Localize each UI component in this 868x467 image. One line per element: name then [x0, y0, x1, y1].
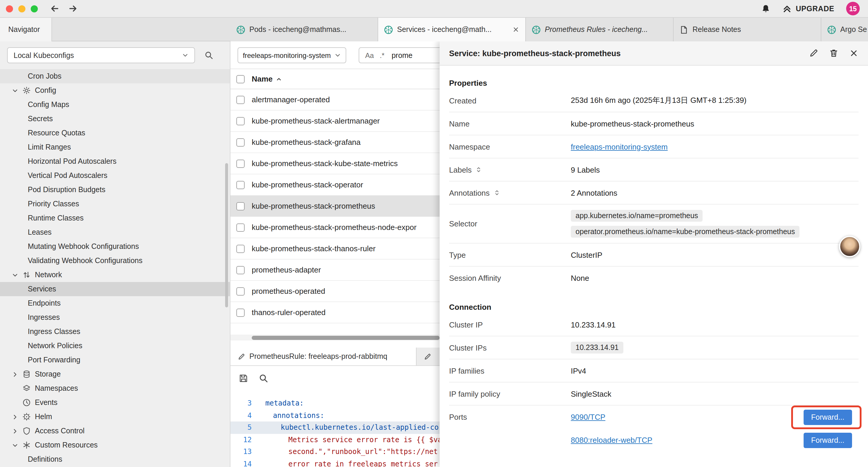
notifications-bell-icon[interactable]	[761, 4, 770, 13]
namespace-filter-select[interactable]: freeleaps-monitoring-system	[238, 47, 346, 63]
table-row-kube-prometheus-stack-prometheus[interactable]: kube-prometheus-stack-prometheus	[230, 196, 440, 217]
editor-search-icon[interactable]	[259, 373, 268, 383]
sidebar-item-storage[interactable]: Storage	[0, 367, 230, 381]
port-link[interactable]: 8080:reloader-web/TCP	[571, 436, 652, 444]
navigator-pane-tab[interactable]: Navigator	[0, 18, 52, 41]
regex-toggle[interactable]: .*	[380, 51, 384, 59]
row-checkbox[interactable]	[236, 287, 245, 295]
sidebar-item-access-control[interactable]: Access Control	[0, 424, 230, 438]
forward-button[interactable]: Forward...	[803, 409, 852, 425]
back-arrow-icon[interactable]	[50, 4, 60, 13]
sidebar-item-mutating-webhook-configurations[interactable]: Mutating Webhook Configurations	[0, 239, 230, 254]
sidebar-search-icon[interactable]	[205, 51, 213, 60]
chevron-down-icon[interactable]	[12, 272, 18, 278]
sidebar-item-ingresses[interactable]: Ingresses	[0, 310, 230, 324]
table-row-prometheus-operated[interactable]: prometheus-operated	[230, 281, 440, 302]
row-checkbox[interactable]	[236, 202, 245, 210]
row-checkbox[interactable]	[236, 244, 245, 253]
sidebar-scrollbar-thumb[interactable]	[225, 163, 228, 308]
notification-count-badge[interactable]: 15	[846, 2, 860, 16]
save-icon[interactable]	[239, 373, 248, 383]
tab-argo-se[interactable]: Argo Se	[821, 18, 868, 41]
sidebar-item-runtime-classes[interactable]: Runtime Classes	[0, 211, 230, 225]
search-input[interactable]	[390, 51, 440, 60]
property-row-cluster-ip: Cluster IP10.233.14.91	[449, 313, 859, 337]
avatar[interactable]	[839, 236, 860, 257]
minimize-window-button[interactable]	[18, 5, 25, 12]
row-checkbox[interactable]	[236, 266, 245, 274]
sidebar-item-definitions[interactable]: Definitions	[0, 452, 230, 466]
sidebar-item-events[interactable]: Events	[0, 396, 230, 410]
sidebar-item-cron-jobs[interactable]: Cron Jobs	[0, 69, 230, 83]
sidebar-item-leases[interactable]: Leases	[0, 225, 230, 239]
table-row-kube-prometheus-stack-prometheus-node-expor[interactable]: kube-prometheus-stack-prometheus-node-ex…	[230, 217, 440, 238]
close-window-button[interactable]	[6, 5, 13, 12]
tab-pods-icecheng-mathmas[interactable]: Pods - icecheng@mathmas...	[230, 18, 378, 41]
sidebar-item-custom-resources[interactable]: Custom Resources	[0, 438, 230, 452]
row-checkbox[interactable]	[236, 159, 245, 168]
name-column-header[interactable]: Name	[252, 75, 283, 83]
sidebar-item-network-policies[interactable]: Network Policies	[0, 339, 230, 353]
table-row-kube-prometheus-stack-alertmanager[interactable]: kube-prometheus-stack-alertmanager	[230, 111, 440, 132]
sidebar-item-pod-disruption-budgets[interactable]: Pod Disruption Budgets	[0, 183, 230, 197]
table-row-kube-prometheus-stack-thanos-ruler[interactable]: kube-prometheus-stack-thanos-ruler	[230, 238, 440, 260]
sidebar-item-endpoints[interactable]: Endpoints	[0, 296, 230, 310]
sidebar-item-resource-quotas[interactable]: Resource Quotas	[0, 126, 230, 140]
table-row-thanos-ruler-operated[interactable]: thanos-ruler-operated	[230, 302, 440, 323]
editor-tab-prometheusrule[interactable]: PrometheusRule: freeleaps-prod-rabbitmq	[230, 348, 416, 365]
sidebar-item-services[interactable]: Services	[0, 282, 230, 296]
row-checkbox[interactable]	[236, 117, 245, 125]
row-checkbox[interactable]	[236, 308, 245, 317]
delete-trash-icon[interactable]	[829, 49, 838, 58]
sidebar-item-namespaces[interactable]: Namespaces	[0, 381, 230, 396]
port-link[interactable]: 9090/TCP	[571, 413, 606, 421]
sidebar-item-vertical-pod-autoscalers[interactable]: Vertical Pod Autoscalers	[0, 169, 230, 183]
maximize-window-button[interactable]	[31, 5, 38, 12]
table-row-kube-prometheus-stack-operator[interactable]: kube-prometheus-stack-operator	[230, 174, 440, 196]
table-row-kube-prometheus-stack-grafana[interactable]: kube-prometheus-stack-grafana	[230, 132, 440, 153]
edit-pencil-icon[interactable]	[809, 49, 818, 58]
tab-release-notes[interactable]: Release Notes	[674, 18, 821, 41]
row-checkbox[interactable]	[236, 95, 245, 104]
tab-prometheus-rules-icecheng[interactable]: Prometheus Rules - icecheng...	[526, 18, 674, 41]
kubeconfig-selector[interactable]: Local Kubeconfigs	[7, 47, 195, 63]
tab-services-icecheng-math[interactable]: Services - icecheng@math...	[378, 18, 526, 41]
line-number: 4	[230, 411, 252, 420]
sidebar-item-config[interactable]: Config	[0, 83, 230, 97]
chevron-right-icon[interactable]	[12, 371, 18, 377]
table-row-prometheus-adapter[interactable]: prometheus-adapter	[230, 260, 440, 281]
row-checkbox[interactable]	[236, 223, 245, 231]
table-row-alertmanager-operated[interactable]: alertmanager-operated	[230, 89, 440, 111]
sidebar-item-network[interactable]: Network	[0, 268, 230, 282]
close-drawer-icon[interactable]	[849, 49, 859, 58]
chevron-down-icon[interactable]	[12, 442, 18, 448]
horizontal-scrollbar-thumb[interactable]	[252, 335, 440, 340]
sidebar-item-port-forwarding[interactable]: Port Forwarding	[0, 353, 230, 367]
editor-tab-partial[interactable]	[416, 348, 440, 365]
select-all-checkbox[interactable]	[236, 75, 245, 83]
namespace-link[interactable]: freeleaps-monitoring-system	[571, 142, 668, 151]
sidebar-item-horizontal-pod-autoscalers[interactable]: Horizontal Pod Autoscalers	[0, 154, 230, 169]
table-row-kube-prometheus-stack-kube-state-metrics[interactable]: kube-prometheus-stack-kube-state-metrics	[230, 153, 440, 174]
close-icon[interactable]	[512, 26, 519, 33]
sidebar-item-secrets[interactable]: Secrets	[0, 112, 230, 126]
match-case-toggle[interactable]: Aa	[365, 51, 374, 59]
row-checkbox[interactable]	[236, 138, 245, 146]
forward-button[interactable]: Forward...	[803, 432, 852, 448]
chevron-down-icon[interactable]	[12, 87, 18, 94]
upgrade-button[interactable]: UPGRADE	[782, 4, 834, 13]
sidebar-item-priority-classes[interactable]: Priority Classes	[0, 197, 230, 211]
chevron-right-icon[interactable]	[12, 428, 18, 434]
sort-updown-icon[interactable]	[475, 166, 483, 173]
chevron-right-icon[interactable]	[12, 413, 18, 420]
forward-arrow-icon[interactable]	[68, 4, 78, 13]
sidebar-item-limit-ranges[interactable]: Limit Ranges	[0, 140, 230, 154]
sidebar-item-ingress-classes[interactable]: Ingress Classes	[0, 324, 230, 339]
row-checkbox[interactable]	[236, 181, 245, 189]
sidebar-item-config-maps[interactable]: Config Maps	[0, 97, 230, 112]
sidebar-item-helm[interactable]: Helm	[0, 410, 230, 424]
services-table: alertmanager-operatedkube-prometheus-sta…	[230, 89, 440, 323]
sidebar-item-validating-webhook-configurations[interactable]: Validating Webhook Configurations	[0, 254, 230, 268]
sort-updown-icon[interactable]	[493, 189, 500, 196]
yaml-editor[interactable]: 3metadata:4annotations:5kubectl.kubernet…	[230, 390, 440, 467]
